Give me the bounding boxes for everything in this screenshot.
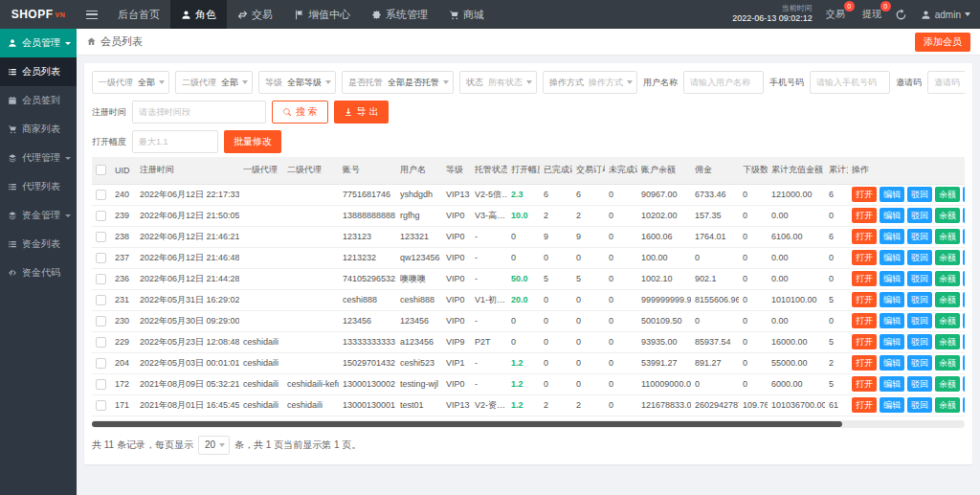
sidebar-item-merchant-list[interactable]: 商家列表 [0, 115, 77, 144]
user-menu[interactable]: admin [921, 10, 970, 20]
operate-button[interactable]: 操作 [963, 397, 965, 413]
withdraw-notice[interactable]: 提现0 [862, 8, 881, 21]
operate-button[interactable]: 操作 [963, 229, 965, 244]
row-checkbox[interactable] [96, 232, 106, 242]
balance-button[interactable]: 余额 [935, 292, 960, 307]
level-select[interactable]: 等级全部等级 [258, 71, 336, 94]
open-range-input[interactable] [132, 130, 218, 153]
operate-button[interactable]: 操作 [963, 208, 965, 223]
sidebar-item-member-list[interactable]: 会员列表 [0, 57, 77, 86]
export-button[interactable]: 导 出 [334, 101, 389, 124]
reject-button[interactable]: 驳回 [907, 397, 932, 413]
edit-button[interactable]: 编辑 [880, 292, 904, 307]
operate-button[interactable]: 操作 [963, 292, 965, 307]
operation-select[interactable]: 操作方式操作方式 [543, 71, 637, 94]
horizontal-scrollbar[interactable] [92, 420, 965, 428]
reject-button[interactable]: 驳回 [907, 208, 932, 223]
page-size-select[interactable]: 20 [198, 436, 230, 455]
row-checkbox[interactable] [96, 274, 106, 284]
row-checkbox[interactable] [96, 400, 106, 411]
invite-code-input[interactable] [927, 71, 965, 94]
row-checkbox[interactable] [96, 295, 106, 305]
add-member-button[interactable]: 添加会员 [915, 33, 970, 52]
nav-trade[interactable]: 交易 [227, 0, 283, 29]
nav-system[interactable]: 系统管理 [361, 0, 438, 29]
edit-button[interactable]: 编辑 [880, 313, 904, 328]
sidebar-item-agent-mgmt[interactable]: 代理管理 [0, 144, 77, 172]
register-time-input[interactable] [132, 101, 266, 124]
open-button[interactable]: 打开 [852, 334, 877, 349]
row-checkbox[interactable] [96, 379, 106, 390]
reject-button[interactable]: 驳回 [907, 187, 932, 202]
balance-button[interactable]: 余额 [935, 250, 960, 265]
operate-button[interactable]: 操作 [963, 271, 965, 286]
edit-button[interactable]: 编辑 [880, 229, 904, 244]
trade-notice[interactable]: 交易0 [826, 8, 845, 21]
nav-mall[interactable]: 商城 [438, 0, 495, 29]
balance-button[interactable]: 余额 [935, 271, 960, 286]
operate-button[interactable]: 操作 [963, 187, 965, 202]
operate-button[interactable]: 操作 [963, 355, 965, 371]
balance-button[interactable]: 余额 [935, 187, 960, 202]
trusteeship-select[interactable]: 是否托管全部是否托管 [342, 71, 454, 94]
operate-button[interactable]: 操作 [963, 334, 965, 349]
row-checkbox[interactable] [96, 253, 106, 263]
open-button[interactable]: 打开 [852, 313, 877, 328]
open-button[interactable]: 打开 [852, 397, 877, 413]
edit-button[interactable]: 编辑 [880, 271, 904, 286]
search-button[interactable]: 搜 索 [272, 101, 328, 124]
select-all-checkbox[interactable] [96, 165, 106, 175]
username-input[interactable] [683, 71, 764, 94]
sidebar-item-member-signin[interactable]: 会员签到 [0, 86, 77, 115]
open-button[interactable]: 打开 [852, 229, 877, 244]
edit-button[interactable]: 编辑 [880, 376, 904, 392]
scrollbar-thumb[interactable] [92, 421, 842, 427]
operate-button[interactable]: 操作 [963, 313, 965, 328]
reject-button[interactable]: 驳回 [907, 250, 932, 265]
agent2-select[interactable]: 二级代理全部 [175, 71, 253, 94]
edit-button[interactable]: 编辑 [880, 397, 904, 413]
edit-button[interactable]: 编辑 [880, 334, 904, 349]
balance-button[interactable]: 余额 [935, 208, 960, 223]
phone-input[interactable] [810, 71, 890, 94]
row-checkbox[interactable] [96, 211, 106, 221]
edit-button[interactable]: 编辑 [880, 355, 904, 371]
sidebar-item-member-mgmt[interactable]: 会员管理 [0, 29, 77, 57]
open-button[interactable]: 打开 [852, 250, 877, 265]
row-checkbox[interactable] [96, 316, 106, 326]
balance-button[interactable]: 余额 [935, 376, 960, 392]
row-checkbox[interactable] [96, 358, 106, 369]
balance-button[interactable]: 余额 [935, 313, 960, 328]
operate-button[interactable]: 操作 [963, 250, 965, 265]
menu-toggle-icon[interactable] [77, 0, 107, 29]
balance-button[interactable]: 余额 [935, 397, 960, 413]
sidebar-item-fund-code[interactable]: 资金代码 [0, 259, 77, 287]
operate-button[interactable]: 操作 [963, 376, 965, 392]
balance-button[interactable]: 余额 [935, 355, 960, 371]
reject-button[interactable]: 驳回 [907, 292, 932, 307]
reject-button[interactable]: 驳回 [907, 271, 932, 286]
reject-button[interactable]: 驳回 [907, 334, 932, 349]
reject-button[interactable]: 驳回 [907, 355, 932, 371]
balance-button[interactable]: 余额 [935, 334, 960, 349]
balance-button[interactable]: 余额 [935, 229, 960, 244]
open-button[interactable]: 打开 [852, 187, 877, 202]
sidebar-item-fund-list[interactable]: 资金列表 [0, 230, 77, 259]
open-button[interactable]: 打开 [852, 271, 877, 286]
nav-role[interactable]: 角色 [170, 0, 227, 29]
reject-button[interactable]: 驳回 [907, 376, 932, 392]
edit-button[interactable]: 编辑 [880, 250, 904, 265]
edit-button[interactable]: 编辑 [880, 208, 904, 223]
sidebar-item-agent-list[interactable]: 代理列表 [0, 172, 77, 201]
sidebar-item-fund-mgmt[interactable]: 资金管理 [0, 201, 77, 230]
open-button[interactable]: 打开 [852, 208, 877, 223]
reject-button[interactable]: 驳回 [907, 229, 932, 244]
row-checkbox[interactable] [96, 337, 106, 348]
open-button[interactable]: 打开 [852, 355, 877, 371]
open-button[interactable]: 打开 [852, 376, 877, 392]
edit-button[interactable]: 编辑 [880, 187, 904, 202]
refresh-icon[interactable] [895, 9, 907, 21]
reject-button[interactable]: 驳回 [907, 313, 932, 328]
bulk-edit-button[interactable]: 批量修改 [224, 130, 281, 153]
status-select[interactable]: 状态所有状态 [459, 71, 537, 94]
